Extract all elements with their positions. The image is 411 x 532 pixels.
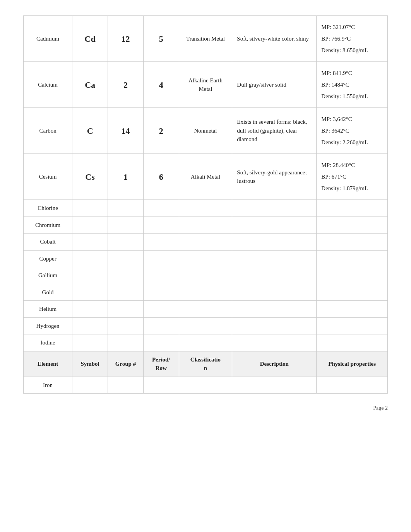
table-row: CarbonC142NonmetalExists in several form… [24, 108, 388, 154]
element-bp: BP: 671°C [321, 171, 383, 182]
table-header-1: Symbol [72, 351, 108, 377]
table-row: Cobalt [24, 234, 388, 251]
element-name: Gallium [24, 267, 72, 284]
element-period: 4 [159, 80, 163, 90]
element-group: 2 [123, 80, 128, 90]
element-mp: MP: 321.07°C [321, 21, 383, 33]
table-row: Hydrogen [24, 317, 388, 334]
element-name: Iodine [24, 334, 72, 351]
element-density: Density: 8.650g/mL [321, 44, 383, 56]
table-row: Iodine [24, 334, 388, 351]
table-row: CalciumCa24Alkaline Earth MetalDull gray… [24, 62, 388, 108]
header-row: ElementSymbolGroup #Period/RowClassifica… [24, 351, 388, 377]
element-physical: MP: 3,642°C BP: 3642°C Density: 2.260g/m… [321, 113, 383, 148]
table-row: Chlorine [24, 200, 388, 217]
element-name: Hydrogen [24, 317, 72, 334]
element-description: Exists in several forms: black, dull sol… [232, 108, 317, 154]
element-description: Soft, silvery-white color, shiny [232, 16, 317, 62]
element-group: 12 [121, 34, 130, 44]
element-name: Iron [24, 377, 72, 394]
element-name: Calcium [24, 62, 72, 108]
table-row: Gold [24, 284, 388, 301]
element-period: 5 [159, 34, 163, 44]
element-name: Chlorine [24, 200, 72, 217]
element-bp: BP: 3642°C [321, 125, 383, 136]
element-mp: MP: 3,642°C [321, 113, 383, 125]
element-period: 6 [159, 172, 163, 182]
table-row: Gallium [24, 267, 388, 284]
element-group: 14 [121, 126, 130, 136]
table-row: Iron [24, 377, 388, 394]
element-symbol: Cs [85, 172, 94, 182]
element-density: Density: 2.260g/mL [321, 136, 383, 148]
element-bp: BP: 1484°C [321, 79, 383, 90]
element-bp: BP: 766.9°C [321, 33, 383, 44]
element-symbol: Ca [85, 80, 95, 90]
table-row: CesiumCs16Alkali MetalSoft, silvery-gold… [24, 154, 388, 200]
element-symbol: Cd [85, 34, 96, 44]
element-name: Helium [24, 301, 72, 318]
element-mp: MP: 28.440°C [321, 159, 383, 171]
table-header-6: Physical properties [317, 351, 388, 377]
element-density: Density: 1.550g/mL [321, 90, 383, 102]
table-header-4: Classification [179, 351, 232, 377]
element-name: Copper [24, 250, 72, 267]
table-row: CadmiumCd125Transition MetalSoft, silver… [24, 16, 388, 62]
page-number: Page 2 [23, 405, 388, 411]
table-header-3: Period/Row [143, 351, 179, 377]
element-classification: Nonmetal [179, 108, 232, 154]
table-row: Chromium [24, 217, 388, 234]
element-name: Cesium [24, 154, 72, 200]
element-physical: MP: 28.440°C BP: 671°C Density: 1.879g/m… [321, 159, 383, 194]
element-classification: Alkaline Earth Metal [179, 62, 232, 108]
element-name: Chromium [24, 217, 72, 234]
element-group: 1 [123, 172, 128, 182]
table-header-2: Group # [108, 351, 144, 377]
element-mp: MP: 841.9°C [321, 67, 383, 79]
element-density: Density: 1.879g/mL [321, 182, 383, 194]
element-description: Soft, silvery-gold appearance; lustrous [232, 154, 317, 200]
element-description: Dull gray/silver solid [232, 62, 317, 108]
table-row: Copper [24, 250, 388, 267]
element-classification: Transition Metal [179, 16, 232, 62]
element-physical: MP: 321.07°C BP: 766.9°C Density: 8.650g… [321, 21, 383, 56]
table-header-0: Element [24, 351, 72, 377]
table-header-5: Description [232, 351, 317, 377]
element-name: Carbon [24, 108, 72, 154]
element-symbol: C [87, 126, 93, 136]
element-name: Cadmium [24, 16, 72, 62]
element-physical: MP: 841.9°C BP: 1484°C Density: 1.550g/m… [321, 67, 383, 102]
element-name: Gold [24, 284, 72, 301]
table-row: Helium [24, 301, 388, 318]
periodic-table: CadmiumCd125Transition MetalSoft, silver… [23, 15, 388, 394]
element-period: 2 [159, 126, 163, 136]
element-name: Cobalt [24, 234, 72, 251]
element-classification: Alkali Metal [179, 154, 232, 200]
